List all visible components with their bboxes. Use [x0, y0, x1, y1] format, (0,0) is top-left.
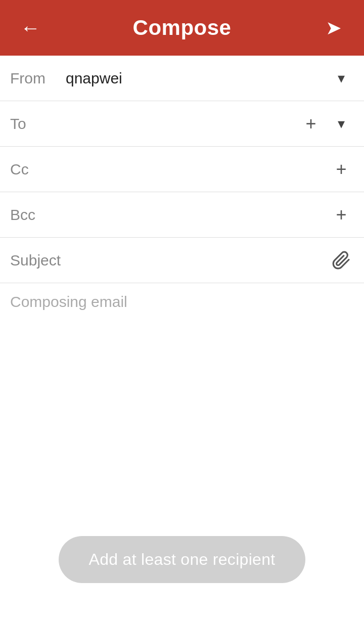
subject-label: Subject	[10, 252, 66, 269]
cc-label: Cc	[10, 161, 66, 178]
to-label: To	[10, 115, 66, 132]
email-body-area[interactable]: Composing email	[0, 283, 364, 485]
subject-row: Subject	[0, 238, 364, 283]
app-header: ← Compose ➤	[0, 0, 364, 56]
add-recipient-button[interactable]: Add at least one recipient	[59, 536, 306, 583]
back-arrow-icon: ←	[20, 17, 40, 39]
bcc-row: Bcc +	[0, 192, 364, 238]
cc-row: Cc +	[0, 147, 364, 192]
body-placeholder: Composing email	[10, 293, 127, 310]
plus-icon: +	[305, 113, 316, 135]
paperclip-icon	[332, 251, 351, 270]
chevron-down-icon: ▾	[338, 70, 345, 86]
to-dropdown-button[interactable]: ▾	[329, 111, 354, 137]
chevron-down-icon: ▾	[338, 115, 345, 132]
plus-icon: +	[336, 159, 346, 180]
cc-add-button[interactable]: +	[329, 157, 354, 182]
send-icon: ➤	[326, 17, 342, 39]
bcc-label: Bcc	[10, 206, 66, 224]
cc-input[interactable]	[66, 161, 329, 178]
cta-container: Add at least one recipient	[0, 516, 364, 613]
from-value: qnapwei	[66, 70, 329, 87]
back-button[interactable]: ←	[15, 13, 46, 43]
page-title: Compose	[133, 16, 232, 40]
to-row: To + ▾	[0, 101, 364, 147]
bcc-input[interactable]	[66, 206, 329, 224]
from-dropdown-button[interactable]: ▾	[329, 66, 354, 91]
from-row: From qnapwei ▾	[0, 56, 364, 101]
send-button[interactable]: ➤	[318, 13, 349, 43]
attach-button[interactable]	[329, 248, 354, 273]
subject-input[interactable]	[66, 252, 329, 269]
from-label: From	[10, 70, 66, 87]
plus-icon: +	[336, 204, 346, 226]
to-input[interactable]	[66, 115, 298, 132]
bcc-add-button[interactable]: +	[329, 202, 354, 228]
to-add-button[interactable]: +	[298, 111, 324, 137]
